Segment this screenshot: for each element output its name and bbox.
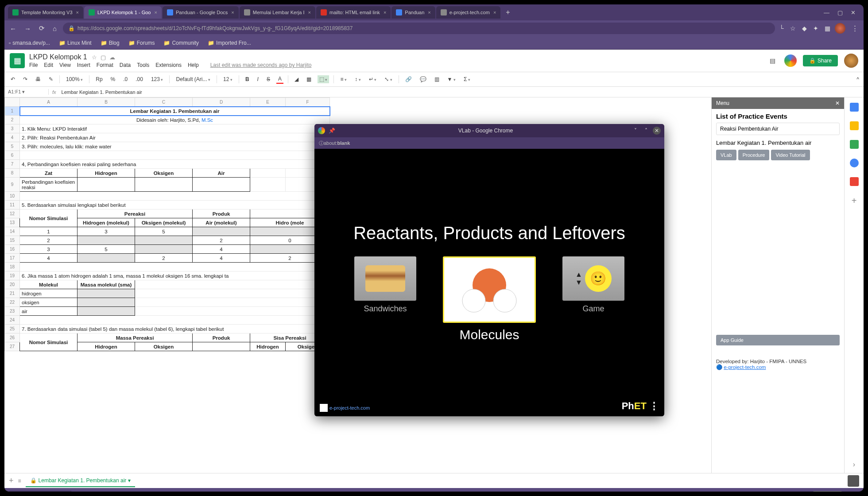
extension-icon[interactable]: ◆ (802, 25, 807, 32)
menu-view[interactable]: View (59, 62, 71, 68)
profile-avatar[interactable] (835, 23, 845, 34)
grid-icon[interactable]: ▦ (825, 25, 830, 32)
close-icon[interactable]: × (76, 10, 79, 15)
font-size-select[interactable]: 12 (221, 75, 234, 83)
explore-button[interactable] (848, 475, 859, 487)
phet-logo[interactable]: PhET ⋮ (622, 400, 659, 412)
vlab-button[interactable]: VLab (716, 150, 736, 160)
keep-icon[interactable] (850, 121, 859, 130)
wrap-button[interactable]: ↵ (367, 75, 379, 83)
procedure-button[interactable]: Procedure (738, 150, 770, 160)
meet-icon[interactable] (784, 54, 797, 67)
collapse-sidebar-button[interactable]: › (853, 461, 855, 469)
close-icon[interactable]: ✕ (851, 9, 856, 16)
sheet-tab[interactable]: 🔒Lembar Kegiatan 1. Pembentukan air ▾ (26, 475, 136, 487)
calendar-icon[interactable] (850, 103, 859, 112)
tab-6[interactable]: e-project-tech.com× (436, 6, 501, 19)
filter-button[interactable]: ▼ (446, 75, 457, 83)
show-all-button[interactable]: Show all (813, 491, 842, 492)
comment-button[interactable]: 💬 (418, 75, 428, 83)
bookmark-link[interactable]: ▫smansa.dev/p... (9, 40, 50, 46)
close-icon[interactable]: × (308, 10, 311, 15)
tab-4[interactable]: mailto: HTML email link× (316, 6, 391, 19)
rotate-button[interactable]: ⤡ (383, 75, 394, 83)
share-icon[interactable]: └ (779, 25, 784, 32)
dec-increase-button[interactable]: .00 (134, 75, 145, 83)
undo-button[interactable]: ↶ (9, 75, 17, 83)
minimize-icon[interactable]: ˅ (632, 127, 639, 135)
dec-decrease-button[interactable]: .0 (121, 75, 129, 83)
menu-help[interactable]: Help (188, 62, 199, 68)
italic-button[interactable]: I (256, 75, 260, 83)
video-tutorial-button[interactable]: Video Tutorial (771, 150, 810, 160)
practice-event-item[interactable]: Reaksi Pembentukan Air (716, 123, 840, 135)
star-icon[interactable]: ☆ (92, 54, 97, 61)
tab-1[interactable]: LKPD Kelompok 1 - Goo× (84, 6, 162, 19)
halign-button[interactable]: ≡ (338, 75, 349, 83)
bookmark-link[interactable]: 📁Imported Fro... (208, 40, 251, 46)
sheets-logo-icon[interactable]: ▦ (10, 53, 25, 68)
zoom-select[interactable]: 100% (64, 75, 85, 83)
reload-button[interactable]: ⟳ (37, 24, 46, 32)
close-icon[interactable]: ✕ (835, 100, 840, 106)
percent-button[interactable]: % (109, 75, 117, 83)
sim-card-sandwiches[interactable]: Sandwiches (354, 256, 416, 314)
borders-button[interactable]: ▦ (305, 75, 313, 83)
menu-data[interactable]: Data (120, 62, 131, 68)
bookmark-icon[interactable]: ☆ (790, 25, 796, 32)
add-addon-button[interactable]: + (852, 196, 857, 206)
menu-button[interactable]: ⋮ (850, 24, 860, 32)
redo-button[interactable]: ↷ (21, 75, 29, 83)
text-color-button[interactable]: A (276, 75, 283, 84)
tasks-icon[interactable] (850, 140, 859, 149)
print-button[interactable]: 🖶 (34, 75, 43, 83)
paint-format-button[interactable]: ✎ (47, 75, 55, 83)
bookmark-link[interactable]: 📁Community (163, 40, 199, 46)
comments-icon[interactable]: ▤ (767, 55, 778, 66)
share-button[interactable]: 🔒Share (803, 55, 838, 66)
document-title[interactable]: LKPD Kelompok 1 (29, 53, 87, 61)
close-icon[interactable]: × (154, 10, 157, 15)
link-button[interactable]: 🔗 (403, 75, 414, 83)
eproject-link[interactable]: e-project-tech.com (320, 404, 370, 412)
cell-reference-input[interactable]: A1:F1 ▾ (4, 89, 49, 95)
tab-2[interactable]: Panduan - Google Docs× (163, 6, 239, 19)
sim-card-molecules[interactable]: Molecules (443, 256, 536, 342)
contacts-icon[interactable] (850, 159, 859, 167)
close-icon[interactable]: × (428, 10, 430, 15)
more-formats-button[interactable]: 123 (149, 75, 165, 83)
bookmark-link[interactable]: 📁Forums (128, 40, 155, 46)
close-icon[interactable]: ✕ (653, 127, 661, 135)
maximize-icon[interactable]: ▢ (837, 9, 843, 16)
close-icon[interactable]: × (231, 10, 234, 15)
simulation-canvas[interactable]: Reactants, Products and Leftovers Sandwi… (314, 149, 664, 416)
valign-button[interactable]: ↕ (353, 75, 363, 83)
collapse-toolbar-button[interactable]: ^ (856, 76, 859, 82)
functions-button[interactable]: Σ (462, 75, 472, 83)
new-tab-button[interactable]: + (501, 8, 514, 16)
maps-icon[interactable] (850, 177, 859, 186)
maximize-icon[interactable]: ˄ (642, 127, 650, 135)
minimize-icon[interactable]: — (824, 9, 829, 16)
app-guide-button[interactable]: App Guide (716, 335, 840, 345)
popup-address-bar[interactable]: ⓘ about:blank (314, 137, 664, 149)
currency-button[interactable]: Rp (94, 75, 104, 83)
formula-input[interactable]: Lembar Kegiatan 1. Pembentukan air (60, 89, 144, 95)
download-item[interactable]: 🖼1-1.png^ (9, 491, 72, 492)
font-select[interactable]: Default (Ari... (174, 75, 212, 83)
bookmark-link[interactable]: 📁Linux Mint (59, 40, 92, 46)
tab-3[interactable]: Memulai Lembar Kerja I× (240, 6, 315, 19)
eproject-link[interactable]: e-project-tech.com (724, 364, 766, 370)
pin-icon[interactable]: 📌 (329, 128, 335, 134)
fill-color-button[interactable]: ◢ (293, 75, 300, 83)
add-sheet-button[interactable]: + (9, 476, 14, 485)
menu-extensions[interactable]: Extensions (155, 62, 182, 68)
menu-file[interactable]: File (29, 62, 38, 68)
tab-0[interactable]: Template Monitoring V3× (8, 6, 83, 19)
back-button[interactable]: ← (8, 25, 18, 32)
bookmark-link[interactable]: 📁Blog (101, 40, 120, 46)
menu-format[interactable]: Format (97, 62, 113, 68)
tab-5[interactable]: Panduan× (391, 6, 435, 19)
sim-card-game[interactable]: ▲▼ 🙂 Game (562, 256, 624, 314)
menu-insert[interactable]: Insert (77, 62, 90, 68)
